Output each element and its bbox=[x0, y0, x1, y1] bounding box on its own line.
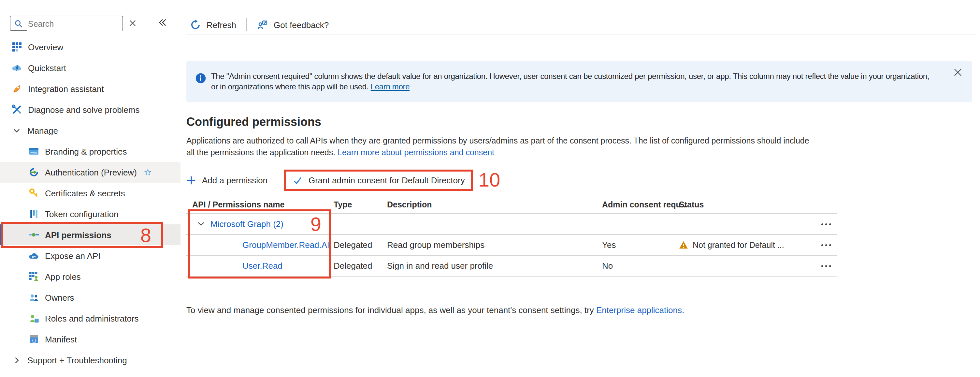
warning-icon bbox=[679, 241, 688, 249]
sidebar-item-label: Manifest bbox=[45, 334, 77, 344]
permission-name-cell: User.Read bbox=[186, 261, 334, 271]
banner-line-1: The "Admin consent required" column show… bbox=[211, 71, 929, 81]
ellipsis-icon bbox=[820, 264, 832, 268]
search-icon bbox=[14, 19, 23, 31]
banner-line-2: or in organizations where this app will … bbox=[211, 81, 929, 92]
search-input-field[interactable] bbox=[27, 17, 122, 31]
user-read-link[interactable]: User.Read bbox=[242, 261, 282, 271]
sidebar-item-quickstart[interactable]: Quickstart bbox=[0, 58, 180, 78]
sidebar-item-overview[interactable]: Overview bbox=[0, 37, 180, 58]
browser-www-icon: www bbox=[29, 146, 39, 157]
banner-close-icon[interactable] bbox=[954, 67, 962, 79]
search-input[interactable] bbox=[10, 16, 123, 31]
quickstart-icon bbox=[12, 62, 22, 73]
microsoft-graph-link[interactable]: Microsoft Graph (2) bbox=[210, 219, 283, 229]
sidebar-item-label: Roles and administrators bbox=[45, 313, 139, 323]
more-options-button[interactable] bbox=[815, 222, 837, 226]
feedback-button[interactable]: Got feedback? bbox=[257, 18, 329, 32]
sidebar-item-label: Overview bbox=[28, 42, 63, 52]
description-cell: Sign in and read user profile bbox=[387, 261, 602, 271]
sidebar-item-expose-api[interactable]: Expose an API bbox=[0, 245, 180, 266]
add-permission-button[interactable]: Add a permission bbox=[186, 175, 267, 185]
sidebar-item-integration-assistant[interactable]: Integration assistant bbox=[0, 78, 180, 99]
sidebar-item-diagnose[interactable]: Diagnose and solve problems bbox=[0, 99, 180, 120]
sidebar-nav: Overview Quickstart Integration assistan… bbox=[0, 37, 186, 371]
permissions-table: API / Permissions name Type Description … bbox=[186, 196, 837, 276]
sidebar-item-label: Expose an API bbox=[45, 251, 101, 260]
info-icon bbox=[196, 73, 206, 86]
grant-admin-consent-button[interactable]: Grant admin consent for Default Director… bbox=[293, 175, 465, 185]
authentication-icon bbox=[29, 167, 39, 177]
sidebar-group-manage[interactable]: Manage bbox=[0, 120, 180, 141]
status-text: Not granted for Default ... bbox=[693, 240, 784, 249]
table-row-groupmember-read-all: GroupMember.Read.All Delegated Read grou… bbox=[186, 235, 837, 256]
annotation-box-10: Grant admin consent for Default Director… bbox=[285, 169, 473, 191]
banner-text: The "Admin consent required" column show… bbox=[211, 71, 929, 92]
sidebar-item-label: Branding & properties bbox=[45, 147, 127, 156]
plus-icon bbox=[186, 175, 196, 185]
sidebar-item-branding[interactable]: www Branding & properties bbox=[0, 141, 180, 162]
api-permissions-icon bbox=[29, 230, 39, 240]
more-options-button[interactable] bbox=[815, 243, 837, 247]
group-name-cell: Microsoft Graph (2) bbox=[186, 219, 334, 229]
refresh-button[interactable]: Refresh bbox=[190, 18, 236, 32]
sidebar-item-app-roles[interactable]: App roles bbox=[0, 266, 180, 287]
groupmember-read-all-link[interactable]: GroupMember.Read.All bbox=[242, 240, 331, 250]
checkmark-icon bbox=[293, 175, 303, 185]
table-header-row: API / Permissions name Type Description … bbox=[186, 196, 837, 214]
page-section-title: Configured permissions bbox=[186, 115, 321, 129]
intro-line-1: Applications are authorized to call APIs… bbox=[186, 136, 809, 147]
azure-api-permissions-blade: Overview Quickstart Integration assistan… bbox=[0, 0, 980, 377]
sidebar-item-label: Authentication (Preview) bbox=[45, 167, 137, 177]
enterprise-applications-link[interactable]: Enterprise applications bbox=[596, 305, 682, 315]
admin-consent-cell: Yes bbox=[602, 240, 679, 250]
sidebar-item-roles-admins[interactable]: Roles and administrators bbox=[0, 308, 180, 329]
sidebar-group-label: Support + Troubleshooting bbox=[27, 355, 127, 365]
footer-note: To view and manage consented permissions… bbox=[186, 305, 684, 315]
annotation-number-10: 10 bbox=[479, 170, 500, 190]
key-icon bbox=[29, 188, 39, 198]
svg-text:www: www bbox=[30, 151, 37, 154]
description-cell: Read group memberships bbox=[387, 240, 602, 250]
permissions-actions-row: Add a permission Grant admin consent for… bbox=[186, 168, 500, 192]
owners-people-icon bbox=[29, 292, 39, 303]
header-admin-consent: Admin consent requ... bbox=[602, 200, 679, 209]
search-clear-icon[interactable] bbox=[128, 18, 137, 30]
sidebar-item-label: Integration assistant bbox=[28, 84, 104, 94]
toolbar-bottom-border bbox=[186, 35, 976, 35]
more-options-button[interactable] bbox=[815, 264, 837, 268]
refresh-icon bbox=[190, 19, 201, 30]
info-banner: The "Admin consent required" column show… bbox=[186, 61, 972, 102]
sidebar-item-owners[interactable]: Owners bbox=[0, 287, 180, 308]
footer-text: To view and manage consented permissions… bbox=[186, 305, 596, 315]
svg-text:{}: {} bbox=[32, 339, 36, 343]
chevron-down-icon[interactable] bbox=[197, 220, 205, 228]
overview-icon bbox=[12, 42, 22, 52]
favorite-star-icon[interactable]: ☆ bbox=[144, 168, 152, 177]
intro-line-2: all the permissions the application need… bbox=[186, 147, 809, 158]
grid-person-icon bbox=[29, 272, 39, 282]
add-permission-label: Add a permission bbox=[202, 175, 267, 185]
collapse-sidebar-icon[interactable] bbox=[158, 18, 167, 30]
sidebar-item-authentication[interactable]: Authentication (Preview) ☆ bbox=[0, 162, 180, 183]
admin-consent-cell: No bbox=[602, 261, 679, 271]
sidebar-item-token-configuration[interactable]: Token configuration bbox=[0, 203, 180, 224]
feedback-label: Got feedback? bbox=[274, 20, 329, 30]
permissions-consent-link[interactable]: Learn more about permissions and consent bbox=[337, 148, 494, 157]
ellipsis-icon bbox=[820, 222, 832, 226]
sidebar-group-support[interactable]: Support + Troubleshooting bbox=[0, 350, 180, 371]
learn-more-link[interactable]: Learn more bbox=[371, 82, 410, 91]
person-cube-icon bbox=[29, 313, 39, 324]
sidebar: Overview Quickstart Integration assistan… bbox=[0, 0, 186, 377]
sidebar-item-manifest[interactable]: {} Manifest bbox=[0, 329, 180, 350]
sidebar-item-label: API permissions bbox=[45, 230, 111, 240]
rocket-icon bbox=[12, 83, 22, 94]
sidebar-item-certificates[interactable]: Certificates & secrets bbox=[0, 183, 180, 203]
sidebar-item-api-permissions[interactable]: API permissions bbox=[0, 224, 180, 245]
cloud-gear-icon bbox=[29, 251, 39, 261]
sidebar-item-label: Diagnose and solve problems bbox=[28, 105, 140, 115]
table-row-user-read: User.Read Delegated Sign in and read use… bbox=[186, 256, 837, 276]
manifest-code-icon: {} bbox=[29, 334, 39, 344]
type-cell: Delegated bbox=[334, 261, 387, 271]
sidebar-item-label: Certificates & secrets bbox=[45, 188, 125, 198]
